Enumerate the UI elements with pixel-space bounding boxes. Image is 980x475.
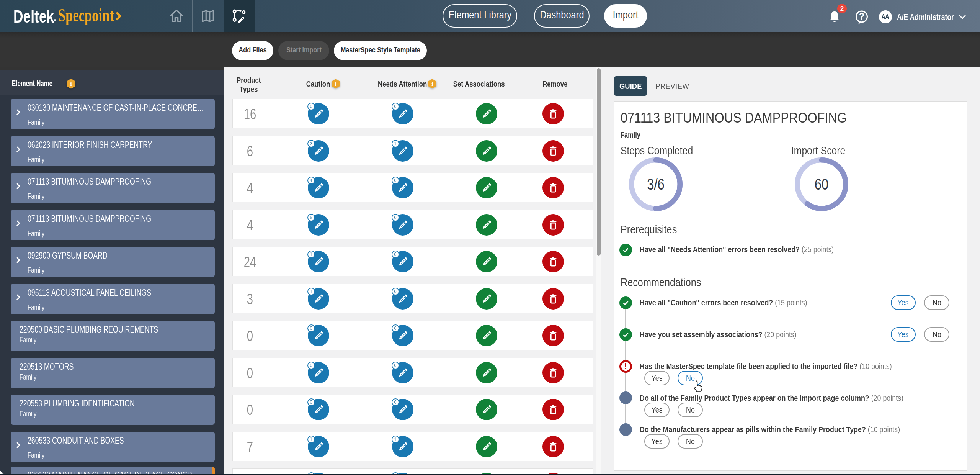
svg-text:?: ?	[859, 11, 864, 21]
svg-text:i: i	[70, 80, 72, 87]
svg-text:i: i	[431, 80, 433, 87]
svg-text:3/6: 3/6	[647, 176, 665, 193]
svg-text:60: 60	[815, 176, 828, 193]
svg-text:i: i	[335, 80, 336, 87]
